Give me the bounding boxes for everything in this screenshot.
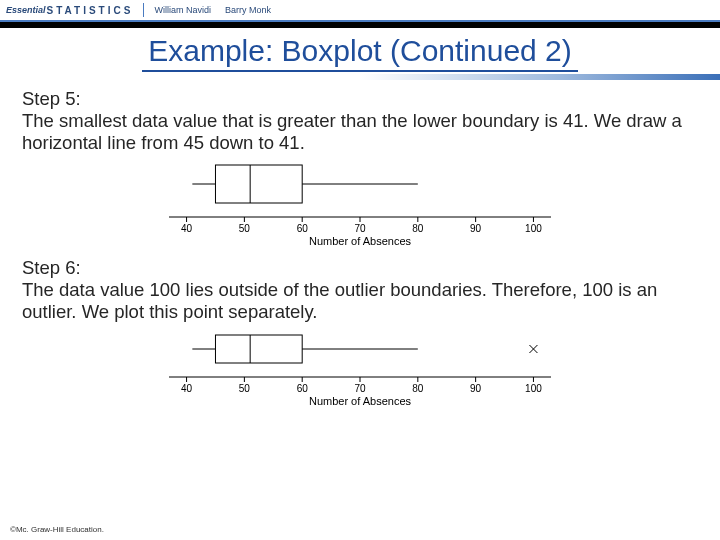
title-wrap: Example: Boxplot (Continued 2) bbox=[0, 28, 720, 74]
step6-text: The data value 100 lies outside of the o… bbox=[22, 279, 698, 323]
svg-rect-18 bbox=[215, 165, 302, 203]
svg-rect-38 bbox=[215, 335, 302, 363]
author-1: William Navidi bbox=[154, 5, 211, 15]
step6-label: Step 6: bbox=[22, 257, 698, 279]
banner-separator bbox=[143, 3, 144, 17]
page-title: Example: Boxplot (Continued 2) bbox=[142, 34, 578, 72]
svg-text:50: 50 bbox=[239, 223, 251, 234]
svg-text:80: 80 bbox=[412, 383, 424, 394]
svg-text:70: 70 bbox=[354, 383, 366, 394]
svg-text:100: 100 bbox=[525, 383, 542, 394]
svg-text:70: 70 bbox=[354, 223, 366, 234]
boxplot-chart-1: 405060708090100Number of Absences bbox=[145, 157, 575, 251]
brand-stats: STATISTICS bbox=[47, 5, 134, 16]
step5-label: Step 5: bbox=[22, 88, 698, 110]
svg-text:60: 60 bbox=[297, 223, 309, 234]
top-banner: Essential STATISTICS William Navidi Barr… bbox=[0, 0, 720, 22]
brand-essential: Essential bbox=[6, 5, 46, 15]
svg-text:40: 40 bbox=[181, 223, 193, 234]
svg-text:90: 90 bbox=[470, 383, 482, 394]
svg-text:80: 80 bbox=[412, 223, 424, 234]
step5-text: The smallest data value that is greater … bbox=[22, 110, 698, 154]
svg-text:Number of Absences: Number of Absences bbox=[309, 395, 412, 407]
author-2: Barry Monk bbox=[225, 5, 271, 15]
boxplot-chart-2: 405060708090100Number of Absences bbox=[145, 327, 575, 411]
svg-text:60: 60 bbox=[297, 383, 309, 394]
svg-text:100: 100 bbox=[525, 223, 542, 234]
svg-text:90: 90 bbox=[470, 223, 482, 234]
svg-text:50: 50 bbox=[239, 383, 251, 394]
copyright-footer: ©Mc. Graw-Hill Education. bbox=[10, 525, 104, 534]
content-body: Step 5: The smallest data value that is … bbox=[0, 80, 720, 411]
svg-text:40: 40 bbox=[181, 383, 193, 394]
svg-text:Number of Absences: Number of Absences bbox=[309, 235, 412, 247]
